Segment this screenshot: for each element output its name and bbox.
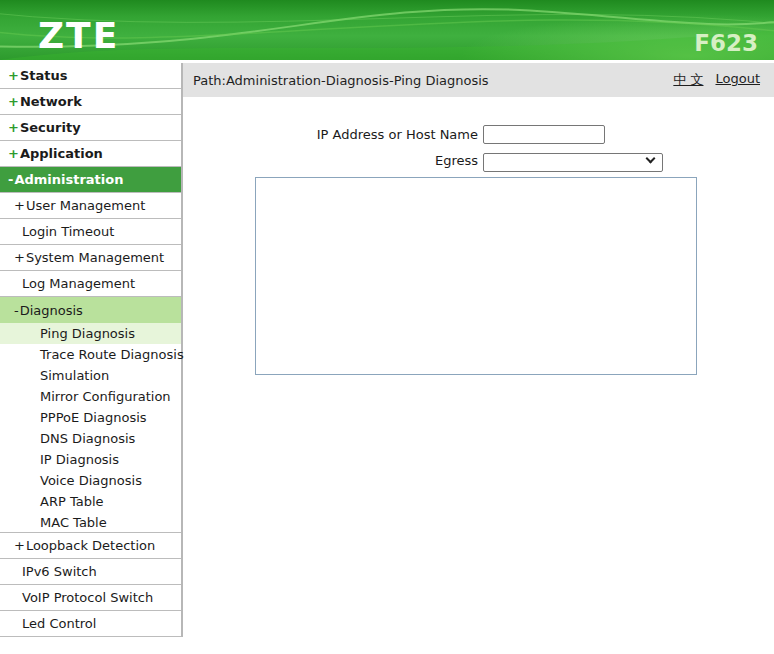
sidebar-item-label: Administration bbox=[14, 172, 123, 187]
sidebar-item-security[interactable]: +Security bbox=[0, 115, 181, 141]
content-row: +Status+Network+Security+Application-Adm… bbox=[0, 63, 774, 637]
expand-icon: + bbox=[8, 120, 19, 135]
sidebar-item-label: System Management bbox=[26, 250, 164, 265]
sidebar-item-login-timeout[interactable]: Login Timeout bbox=[0, 219, 181, 245]
egress-select[interactable] bbox=[483, 153, 663, 172]
topbar-links: 中 文 Logout bbox=[673, 71, 760, 89]
sidebar-item-label: Led Control bbox=[22, 616, 96, 631]
ip-address-input[interactable] bbox=[483, 125, 605, 144]
sidebar-item-label: MAC Table bbox=[40, 515, 107, 530]
collapse-icon: - bbox=[14, 303, 19, 318]
sidebar-item-label: PPPoE Diagnosis bbox=[40, 410, 147, 425]
sidebar-item-label: Ping Diagnosis bbox=[40, 326, 135, 341]
sidebar-item-label: Security bbox=[20, 120, 81, 135]
egress-row: Egress bbox=[183, 151, 774, 170]
sidebar-item-label: Simulation bbox=[40, 368, 109, 383]
sidebar-item-voip-protocol-switch[interactable]: VoIP Protocol Switch bbox=[0, 585, 181, 611]
sidebar-item-label: DNS Diagnosis bbox=[40, 431, 135, 446]
sidebar-item-label: ARP Table bbox=[40, 494, 104, 509]
ip-address-label: IP Address or Host Name bbox=[183, 127, 483, 142]
sidebar-item-system-management[interactable]: +System Management bbox=[0, 245, 181, 271]
sidebar-item-status[interactable]: +Status bbox=[0, 63, 181, 89]
language-link[interactable]: 中 文 bbox=[673, 71, 703, 89]
model-label: F623 bbox=[694, 30, 758, 56]
expand-icon: + bbox=[8, 68, 19, 83]
sidebar-nav: +Status+Network+Security+Application-Adm… bbox=[0, 63, 183, 637]
sidebar-item-label: IP Diagnosis bbox=[40, 452, 119, 467]
sidebar-item-application[interactable]: +Application bbox=[0, 141, 181, 167]
sidebar-item-ping-diagnosis[interactable]: Ping Diagnosis bbox=[0, 323, 181, 344]
expand-icon: + bbox=[8, 146, 19, 161]
sidebar-item-arp-table[interactable]: ARP Table bbox=[0, 491, 181, 512]
sidebar-item-led-control[interactable]: Led Control bbox=[0, 611, 181, 637]
sidebar-item-label: Application bbox=[20, 146, 103, 161]
sidebar-item-label: Log Management bbox=[22, 276, 135, 291]
egress-select-wrap bbox=[483, 151, 663, 170]
sidebar-item-mac-table[interactable]: MAC Table bbox=[0, 512, 181, 533]
sidebar-item-trace-route-diagnosis[interactable]: Trace Route Diagnosis bbox=[0, 344, 181, 365]
egress-label: Egress bbox=[183, 153, 483, 168]
expand-icon: + bbox=[14, 538, 25, 553]
sidebar-item-label: Trace Route Diagnosis bbox=[40, 347, 184, 362]
sidebar-item-ipv6-switch[interactable]: IPv6 Switch bbox=[0, 559, 181, 585]
sidebar-item-ip-diagnosis[interactable]: IP Diagnosis bbox=[0, 449, 181, 470]
sidebar-item-loopback-detection[interactable]: +Loopback Detection bbox=[0, 533, 181, 559]
sidebar-item-user-management[interactable]: +User Management bbox=[0, 193, 181, 219]
sidebar-item-network[interactable]: +Network bbox=[0, 89, 181, 115]
expand-icon: + bbox=[14, 198, 25, 213]
sidebar-item-log-management[interactable]: Log Management bbox=[0, 271, 181, 297]
expand-icon: + bbox=[8, 94, 19, 109]
sidebar-item-voice-diagnosis[interactable]: Voice Diagnosis bbox=[0, 470, 181, 491]
sidebar-item-simulation[interactable]: Simulation bbox=[0, 365, 181, 386]
sidebar-item-label: Loopback Detection bbox=[26, 538, 155, 553]
sidebar-item-label: Mirror Configuration bbox=[40, 389, 171, 404]
sidebar-item-administration[interactable]: -Administration bbox=[0, 167, 181, 193]
ping-result-area bbox=[255, 177, 697, 375]
sidebar-item-label: Diagnosis bbox=[20, 303, 83, 318]
ping-diagnosis-form: IP Address or Host Name Egress bbox=[183, 125, 774, 375]
sidebar-item-label: Voice Diagnosis bbox=[40, 473, 142, 488]
sidebar-item-label: Login Timeout bbox=[22, 224, 114, 239]
sidebar-item-mirror-configuration[interactable]: Mirror Configuration bbox=[0, 386, 181, 407]
sidebar-item-label: Status bbox=[20, 68, 68, 83]
zte-logo: ZTE bbox=[38, 15, 119, 56]
sidebar-item-pppoe-diagnosis[interactable]: PPPoE Diagnosis bbox=[0, 407, 181, 428]
sidebar-item-label: IPv6 Switch bbox=[22, 564, 97, 579]
sidebar-item-dns-diagnosis[interactable]: DNS Diagnosis bbox=[0, 428, 181, 449]
ip-address-row: IP Address or Host Name bbox=[183, 125, 774, 144]
expand-icon: + bbox=[14, 250, 25, 265]
breadcrumb: Path:Administration-Diagnosis-Ping Diagn… bbox=[193, 73, 489, 88]
topbar: Path:Administration-Diagnosis-Ping Diagn… bbox=[183, 63, 774, 97]
main-area: Path:Administration-Diagnosis-Ping Diagn… bbox=[183, 63, 774, 375]
sidebar-item-diagnosis[interactable]: -Diagnosis bbox=[0, 297, 181, 323]
collapse-icon: - bbox=[8, 172, 13, 187]
sidebar-item-label: Network bbox=[20, 94, 82, 109]
logout-link[interactable]: Logout bbox=[715, 71, 760, 89]
sidebar-item-label: VoIP Protocol Switch bbox=[22, 590, 153, 605]
sidebar-item-label: User Management bbox=[26, 198, 145, 213]
header-banner: ZTE F623 bbox=[0, 0, 774, 60]
